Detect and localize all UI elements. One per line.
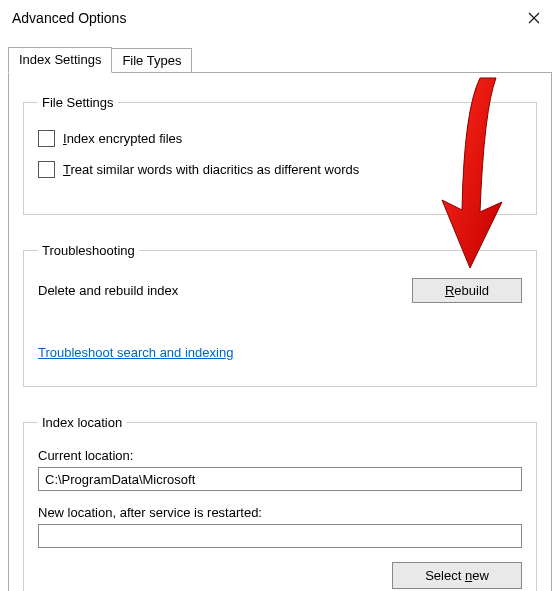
current-location-value: C:\ProgramData\Microsoft <box>45 472 195 487</box>
titlebar: Advanced Options <box>0 0 560 36</box>
index-encrypted-row[interactable]: Index encrypted files <box>38 130 522 147</box>
troubleshooting-legend: Troubleshooting <box>38 243 139 258</box>
troubleshoot-link[interactable]: Troubleshoot search and indexing <box>38 345 233 360</box>
window-title: Advanced Options <box>12 10 126 26</box>
current-location-label: Current location: <box>38 448 522 463</box>
treat-diacritics-label: Treat similar words with diacritics as d… <box>63 162 359 177</box>
file-settings-group: File Settings Index encrypted files Trea… <box>23 95 537 215</box>
treat-diacritics-row[interactable]: Treat similar words with diacritics as d… <box>38 161 522 178</box>
tab-pane-index-settings: File Settings Index encrypted files Trea… <box>8 72 552 591</box>
troubleshooting-group: Troubleshooting Delete and rebuild index… <box>23 243 537 387</box>
close-button[interactable] <box>512 3 556 33</box>
close-icon <box>528 12 540 24</box>
delete-rebuild-label: Delete and rebuild index <box>38 283 178 298</box>
rebuild-row: Delete and rebuild index Rebuild <box>38 278 522 303</box>
tab-index-settings[interactable]: Index Settings <box>8 47 112 73</box>
select-new-row: Select new <box>38 562 522 589</box>
tab-strip: Index Settings File Types <box>8 46 552 72</box>
rebuild-button[interactable]: Rebuild <box>412 278 522 303</box>
treat-diacritics-checkbox[interactable] <box>38 161 55 178</box>
file-settings-legend: File Settings <box>38 95 118 110</box>
index-encrypted-label: Index encrypted files <box>63 131 182 146</box>
index-location-legend: Index location <box>38 415 126 430</box>
index-location-group: Index location Current location: C:\Prog… <box>23 415 537 591</box>
tab-file-types[interactable]: File Types <box>111 48 192 72</box>
dialog-content: Index Settings File Types File Settings … <box>0 36 560 591</box>
new-location-field[interactable] <box>38 524 522 548</box>
current-location-field[interactable]: C:\ProgramData\Microsoft <box>38 467 522 491</box>
index-encrypted-checkbox[interactable] <box>38 130 55 147</box>
new-location-label: New location, after service is restarted… <box>38 505 522 520</box>
select-new-button[interactable]: Select new <box>392 562 522 589</box>
